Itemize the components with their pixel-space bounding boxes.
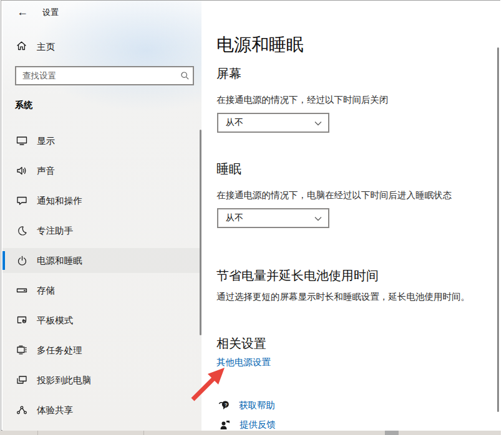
sidebar-item-display[interactable]: 显示 (2, 128, 201, 153)
sidebar-item-label: 通知和操作 (37, 195, 82, 207)
feedback-link[interactable]: 提供反馈 (218, 419, 276, 431)
other-power-settings-link[interactable]: 其他电源设置 (216, 356, 271, 368)
sidebar-item-multitasking[interactable]: 多任务处理 (2, 338, 201, 363)
search-box (15, 66, 194, 85)
sidebar-item-tablet-mode[interactable]: 平板模式 (2, 308, 201, 333)
display-icon (16, 136, 27, 146)
window-title: 设置 (42, 7, 59, 18)
search-input[interactable] (16, 67, 177, 84)
sidebar-item-label: 多任务处理 (37, 345, 82, 356)
sidebar-item-label: 投影到此电脑 (37, 375, 91, 386)
background-divider (37, 431, 38, 435)
screen-section-description: 在接通电源的情况下，经过以下时间后关闭 (216, 94, 389, 106)
chevron-down-icon (314, 118, 322, 128)
sleep-timeout-value: 从不 (226, 213, 243, 224)
sidebar-item-power-sleep[interactable]: 电源和睡眠 (2, 248, 201, 273)
sidebar-group-system: 系统 (15, 100, 32, 111)
tablet-mode-icon (16, 315, 27, 325)
chevron-down-icon (314, 213, 322, 223)
search-icon[interactable] (177, 71, 193, 80)
screen-timeout-dropdown[interactable]: 从不 (217, 113, 329, 133)
sidebar-item-label: 电源和睡眠 (37, 255, 82, 267)
battery-section-heading: 节省电量并延长电池使用时间 (216, 267, 379, 284)
feedback-icon (218, 420, 231, 430)
notifications-icon (16, 196, 27, 206)
screen-timeout-value: 从不 (226, 117, 243, 128)
projecting-icon (16, 375, 27, 385)
get-help-label: 获取帮助 (239, 399, 275, 411)
power-sleep-icon (16, 256, 27, 266)
sidebar-item-label: 主页 (37, 41, 55, 53)
related-settings-heading: 相关设置 (216, 335, 266, 352)
sidebar-item-sound[interactable]: 声音 (2, 158, 201, 183)
sidebar-item-home[interactable]: 主页 (2, 37, 201, 57)
sleep-timeout-dropdown[interactable]: 从不 (217, 208, 329, 228)
sidebar-item-label: 声音 (37, 165, 55, 177)
feedback-label: 提供反馈 (240, 419, 276, 431)
sidebar-item-shared-experiences[interactable]: 体验共享 (2, 398, 201, 423)
get-help-icon: ? (218, 400, 230, 411)
sidebar-item-focus-assist[interactable]: 专注助手 (2, 218, 201, 243)
battery-section-description: 通过选择更短的屏幕显示时长和睡眠设置，延长电池使用时间。 (216, 291, 470, 303)
sidebar-item-projecting[interactable]: 投影到此电脑 (2, 368, 201, 393)
page-title: 电源和睡眠 (216, 33, 304, 57)
background-divider (143, 431, 144, 435)
sleep-section-description: 在接通电源的情况下，电脑在经过以下时间后进入睡眠状态 (216, 189, 452, 201)
sidebar-item-label: 平板模式 (37, 315, 73, 327)
sidebar-item-storage[interactable]: 存储 (2, 278, 201, 303)
content-scrollbar[interactable] (497, 47, 499, 412)
storage-icon (16, 285, 27, 295)
multitasking-icon (16, 345, 27, 355)
sidebar-item-label: 专注助手 (37, 225, 73, 237)
back-button[interactable]: ← (9, 1, 36, 23)
home-icon (16, 41, 27, 54)
selected-accent-bar (2, 251, 5, 270)
sidebar-item-notifications[interactable]: 通知和操作 (2, 188, 201, 213)
sidebar-item-label: 存储 (37, 285, 55, 297)
get-help-link[interactable]: ? 获取帮助 (218, 399, 275, 411)
main-content: 电源和睡眠 屏幕 在接通电源的情况下，经过以下时间后关闭 从不 睡眠 在接通电源… (201, 1, 502, 431)
sidebar: 主页 系统 显示 声音 (2, 1, 201, 431)
background-strip (0, 431, 501, 435)
sleep-section-heading: 睡眠 (216, 161, 241, 178)
svg-text:?: ? (224, 402, 227, 408)
shared-experiences-icon (16, 405, 27, 415)
screen: 主页 系统 显示 声音 (0, 0, 504, 435)
settings-window: 主页 系统 显示 声音 (1, 0, 500, 431)
background-scrollbar-fragment (385, 431, 399, 435)
sidebar-item-label: 显示 (37, 135, 55, 147)
focus-assist-icon (16, 226, 27, 236)
screen-section-heading: 屏幕 (216, 65, 241, 82)
sound-icon (16, 166, 27, 176)
sidebar-item-label: 体验共享 (37, 404, 73, 416)
